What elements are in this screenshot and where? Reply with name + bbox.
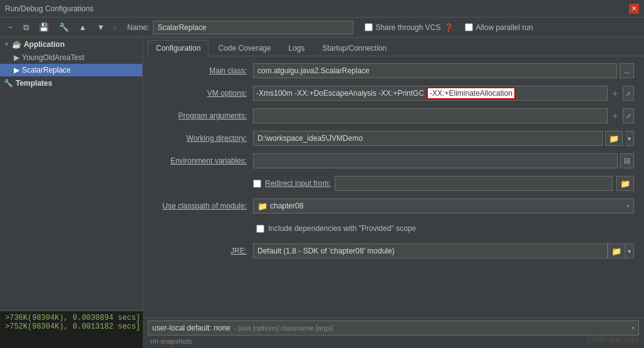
tab-logs[interactable]: Logs: [280, 40, 313, 56]
console-line-2: >752K(98304K), 0.0013182 secs]: [5, 322, 138, 331]
jre-label: JRE:: [153, 247, 253, 255]
program-args-plus-btn[interactable]: +: [610, 108, 620, 123]
templates-label: Templates: [16, 79, 52, 88]
provided-label: Include dependencies with "Provided" sco…: [268, 224, 416, 233]
program-args-row: Program arguments: + ⤢: [153, 108, 634, 124]
down-button[interactable]: ▼: [93, 21, 108, 34]
watermark: CSDN @kc7w91: [587, 335, 639, 343]
bottom-hint-text: rm snapshots: [148, 337, 192, 345]
working-dir-dropdown-btn[interactable]: ▾: [625, 131, 634, 146]
jre-group: 📁 ▾: [253, 243, 634, 258]
toolbar-sep: »: [113, 23, 117, 32]
vm-options-prefix: -Xms100m -XX:+DoEscapeAnalysis -XX:+Prin…: [256, 89, 424, 98]
working-dir-input[interactable]: [253, 131, 603, 146]
parallel-checkbox[interactable]: [465, 23, 473, 31]
main-class-browse-btn[interactable]: ...: [620, 63, 634, 78]
title-bar: Run/Debug Configurations ✕: [0, 0, 644, 18]
bottom-select-arrow-icon: ▾: [631, 325, 635, 331]
vm-options-label: VM options:: [153, 89, 253, 98]
main-class-label: Main class:: [153, 66, 253, 75]
vm-options-highlighted: -XX:+EliminateAllocation: [427, 87, 516, 100]
env-vars-group: ⊟: [253, 153, 634, 168]
save-button[interactable]: 💾: [36, 21, 52, 34]
main-class-input-group: ...: [253, 63, 634, 78]
env-vars-label: Environment variables:: [153, 156, 253, 165]
run-icon: ▶: [14, 53, 19, 62]
module-folder-icon: 📁: [257, 202, 267, 211]
vm-options-row: VM options: -Xms100m -XX:+DoEscapeAnalys…: [153, 85, 634, 101]
working-dir-folder-btn[interactable]: 📁: [605, 131, 623, 146]
module-select[interactable]: 📁 chapter08 ▾: [253, 198, 634, 213]
redirect-folder-btn[interactable]: 📁: [616, 176, 634, 191]
bottom-select-value: user-local default: none: [152, 324, 231, 332]
module-label: Use classpath of module:: [153, 202, 253, 210]
provided-checkbox[interactable]: [256, 225, 264, 233]
bottom-select-row: user-local default: none - java [options…: [148, 320, 639, 335]
vcs-question: ❓: [444, 23, 454, 32]
console-line-1: >736K(98304K), 0.0030894 secs]: [5, 314, 138, 322]
content-panel: Configuration Code Coverage Logs Startup…: [143, 38, 644, 348]
jre-folder-btn[interactable]: 📁: [608, 243, 625, 258]
env-edit-btn[interactable]: ⊟: [620, 153, 634, 168]
app-icon: ☕: [12, 40, 21, 49]
jre-input[interactable]: [253, 243, 608, 258]
bottom-bar: user-local default: none - java [options…: [143, 317, 644, 348]
module-row: Use classpath of module: 📁 chapter08 ▾: [153, 198, 634, 214]
sidebar-application-header[interactable]: ▼ ☕ Application: [0, 38, 142, 51]
tab-configuration[interactable]: Configuration: [148, 40, 209, 56]
sidebar-templates-header[interactable]: 🔧 Templates: [0, 76, 142, 90]
up-button[interactable]: ▲: [76, 21, 90, 34]
vm-options-container: -Xms100m -XX:+DoEscapeAnalysis -XX:+Prin…: [253, 86, 634, 101]
working-dir-label: Working directory:: [153, 134, 253, 143]
program-args-expand-btn[interactable]: ⤢: [623, 108, 634, 123]
tabs-bar: Configuration Code Coverage Logs Startup…: [143, 38, 644, 56]
bottom-select-hint: - java [options] classname [args]: [234, 324, 631, 332]
name-label: Name:: [127, 23, 149, 32]
sidebar: ▼ ☕ Application ▶ YoungOldAreaTest ▶ Sca…: [0, 38, 143, 348]
wrench-icon: 🔧: [4, 79, 13, 88]
toolbar: − ⧉ 💾 🔧 ▲ ▼ » Name: Share through VCS ❓ …: [0, 18, 644, 38]
name-input[interactable]: [153, 21, 353, 34]
jre-dropdown-btn[interactable]: ▾: [625, 243, 634, 258]
vm-expand-btn[interactable]: ⤢: [623, 86, 634, 101]
redirect-label: Redirect input from:: [265, 179, 331, 188]
redirect-checkbox[interactable]: [253, 180, 261, 188]
module-value: chapter08: [270, 202, 624, 210]
application-label: Application: [24, 40, 65, 49]
minus-button[interactable]: −: [5, 21, 16, 34]
env-vars-row: Environment variables: ⊟: [153, 153, 634, 169]
vm-options-text[interactable]: -Xms100m -XX:+DoEscapeAnalysis -XX:+Prin…: [253, 86, 608, 101]
sidebar-item-scalar[interactable]: ▶ ScalarReplace: [0, 64, 142, 76]
working-dir-row: Working directory: 📁 ▾: [153, 130, 634, 146]
tab-code-coverage[interactable]: Code Coverage: [210, 40, 279, 56]
tab-startup[interactable]: Startup/Connection: [314, 40, 395, 56]
triangle-icon: ▼: [4, 41, 9, 48]
redirect-input[interactable]: [335, 176, 613, 191]
main-class-input[interactable]: [253, 63, 617, 78]
provided-row: Include dependencies with "Provided" sco…: [153, 220, 634, 237]
vcs-checkbox[interactable]: [365, 23, 373, 31]
program-args-label: Program arguments:: [153, 111, 253, 120]
env-vars-input[interactable]: [253, 153, 618, 168]
sidebar-item-young[interactable]: ▶ YoungOldAreaTest: [0, 51, 142, 64]
vcs-label: Share through VCS: [365, 23, 440, 32]
title-bar-title: Run/Debug Configurations: [5, 4, 93, 13]
bottom-hint-row: rm snapshots: [148, 337, 639, 345]
form-area: Main class: ... VM options: -Xms100m -XX…: [143, 56, 644, 317]
bottom-select[interactable]: user-local default: none - java [options…: [148, 320, 639, 335]
close-button[interactable]: ✕: [629, 4, 639, 14]
copy-button[interactable]: ⧉: [20, 21, 32, 34]
vm-plus-btn[interactable]: +: [610, 86, 620, 101]
working-dir-group: 📁 ▾: [253, 131, 634, 146]
program-args-input[interactable]: [253, 108, 608, 123]
main-area: ▼ ☕ Application ▶ YoungOldAreaTest ▶ Sca…: [0, 38, 644, 348]
main-class-row: Main class: ...: [153, 63, 634, 79]
program-args-group: + ⤢: [253, 108, 634, 123]
module-arrow-icon: ▾: [626, 203, 630, 209]
settings-button[interactable]: 🔧: [56, 21, 72, 34]
console-area: >736K(98304K), 0.0030894 secs] >752K(983…: [0, 310, 143, 348]
redirect-row: Redirect input from: 📁: [153, 175, 634, 192]
parallel-label: Allow parallel run: [465, 23, 532, 32]
jre-row: JRE: 📁 ▾: [153, 243, 634, 259]
run-icon-2: ▶: [14, 66, 19, 74]
